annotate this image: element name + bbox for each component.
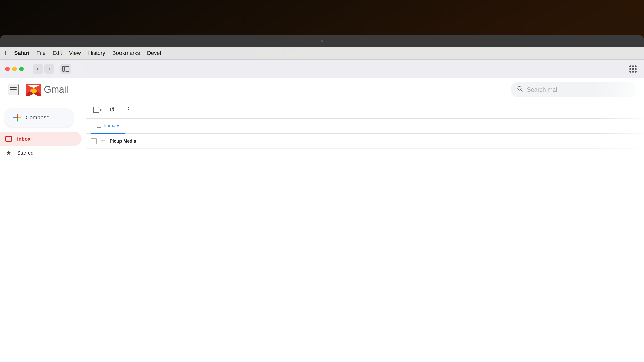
bookmarks-menu-item[interactable]: Bookmarks: [112, 50, 140, 56]
sidebar-toggle-icon: [62, 66, 69, 72]
gmail-logo: Gmail: [26, 82, 68, 97]
tab-primary[interactable]: ☰ Primary: [91, 119, 125, 134]
gmail-topbar: Gmail Search mail: [0, 78, 644, 101]
laptop-top-bar: [0, 35, 644, 47]
forward-button[interactable]: ›: [44, 64, 54, 74]
select-dropdown-chevron[interactable]: ▾: [100, 107, 102, 112]
more-options-button[interactable]: ⋮: [123, 104, 134, 115]
file-menu-item[interactable]: File: [36, 50, 45, 56]
sidebar-label-inbox: Inbox: [17, 136, 30, 142]
compose-button[interactable]: Compose: [5, 109, 73, 127]
apps-grid-button[interactable]: [627, 64, 639, 74]
svg-line-9: [521, 90, 522, 91]
minimize-button[interactable]: [12, 67, 17, 71]
email-row-1[interactable]: ☆ Picup Media: [86, 134, 644, 149]
search-bar[interactable]: Search mail: [511, 82, 636, 97]
search-icon: [517, 85, 523, 94]
hamburger-line-3: [10, 92, 17, 92]
sidebar-label-starred: Starred: [17, 150, 34, 156]
inbox-icon: [5, 135, 12, 142]
refresh-button[interactable]: ↺: [107, 104, 118, 115]
starred-icon: ★: [5, 149, 12, 156]
forward-icon: ›: [48, 66, 50, 72]
svg-rect-6: [26, 84, 41, 85]
grid-dots-icon: [629, 65, 636, 72]
compose-label: Compose: [26, 114, 49, 121]
more-options-icon: ⋮: [125, 106, 132, 114]
hamburger-line-2: [10, 89, 17, 90]
email-list: ▾ ↺ ⋮ ☰ Primary ☆ Picup Medi: [86, 101, 644, 344]
gmail-area: Gmail Search mail Compose: [0, 78, 644, 362]
sidebar-toggle-button[interactable]: [60, 64, 71, 74]
compose-plus-icon: [13, 114, 21, 122]
gmail-wordmark: Gmail: [44, 84, 68, 95]
search-placeholder-text: Search mail: [527, 86, 559, 93]
tab-primary-icon: ☰: [97, 123, 101, 129]
sidebar-item-inbox[interactable]: Inbox: [0, 132, 82, 146]
gmail-body: Compose Inbox ★ Starred: [0, 101, 644, 344]
safari-menu-item[interactable]: Safari: [14, 50, 29, 56]
back-icon: ‹: [37, 66, 38, 72]
email-tabs: ☰ Primary: [86, 119, 644, 134]
camera-dot: [321, 40, 323, 42]
select-all-checkbox[interactable]: [93, 107, 99, 113]
apple-menu-item[interactable]: : [5, 50, 7, 56]
sidebar-item-starred[interactable]: ★ Starred: [0, 146, 82, 160]
back-button[interactable]: ‹: [33, 64, 43, 74]
close-button[interactable]: [5, 67, 10, 71]
email-star-icon[interactable]: ☆: [101, 138, 106, 144]
select-all-checkbox-wrap[interactable]: ▾: [93, 107, 102, 113]
develop-menu-item[interactable]: Devel: [147, 50, 161, 56]
traffic-lights: [5, 67, 24, 71]
gmail-sidebar: Compose Inbox ★ Starred: [0, 101, 86, 344]
email-sender-1: Picup Media: [110, 139, 165, 144]
hamburger-line-1: [10, 87, 17, 88]
fullscreen-button[interactable]: [19, 67, 24, 71]
edit-menu-item[interactable]: Edit: [53, 50, 62, 56]
gmail-m-svg: [26, 82, 41, 97]
hamburger-menu-button[interactable]: [8, 84, 19, 95]
view-menu-item[interactable]: View: [69, 50, 81, 56]
email-checkbox[interactable]: [91, 138, 97, 144]
history-menu-item[interactable]: History: [88, 50, 105, 56]
nav-buttons: ‹ ›: [33, 64, 54, 74]
mac-menubar:  Safari File Edit View History Bookmark…: [0, 47, 644, 60]
browser-chrome: ‹ ›: [0, 60, 644, 78]
tab-primary-label: Primary: [104, 123, 119, 128]
gmail-toolbar: ▾ ↺ ⋮: [86, 101, 644, 119]
refresh-icon: ↺: [109, 106, 115, 114]
